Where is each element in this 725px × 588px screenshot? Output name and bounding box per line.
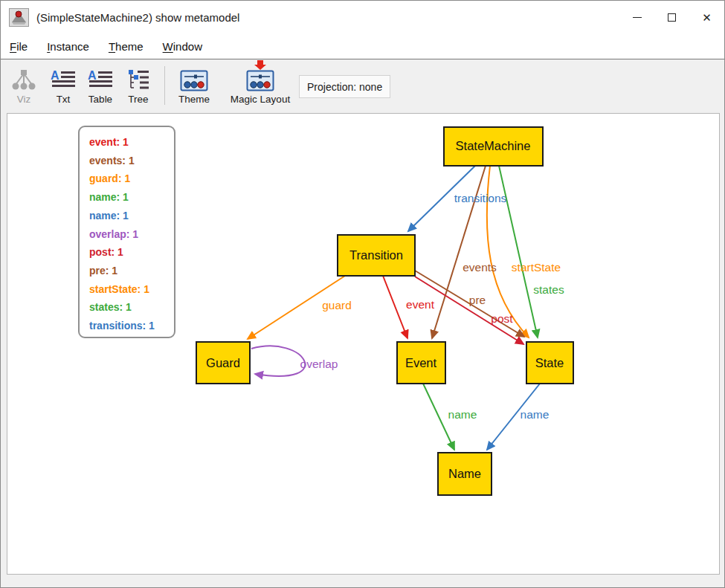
edge-label-startState: startState [512,261,561,274]
legend-item-guard: guard: 1 [89,169,174,188]
node-statemachine[interactable]: StateMachine [444,127,543,166]
node-event[interactable]: Event [397,342,445,384]
node-name[interactable]: Name [438,453,492,495]
edge-label-name-event: name [448,408,477,421]
menu-item-theme[interactable]: Theme [109,40,144,53]
app-icon [9,8,29,27]
theme-icon [180,69,208,91]
legend-item-overlap: overlap: 1 [89,225,174,244]
node-guard[interactable]: Guard [196,342,250,384]
toolbar: Viz A Txt A Table [1,59,724,113]
edge-label-pre: pre [469,294,486,306]
txt-button-label: Txt [57,94,71,105]
legend-item-name: name: 1 [89,207,174,225]
legend-item-pre: pre: 1 [89,262,174,280]
node-label-state: State [535,356,564,369]
table-icon: A [88,69,113,91]
legend-item-name: name: 1 [89,188,174,207]
edge-label-name-state: name [521,408,550,421]
window-title: (SimpleStateMachine2) show metamodel [36,11,239,24]
node-transition[interactable]: Transition [338,235,415,276]
magic-layout-button[interactable]: Magic Layout [225,65,296,105]
close-button[interactable]: ✕ [689,1,724,34]
minimize-icon [633,17,642,18]
svg-text:A: A [88,69,97,82]
menu-item-window[interactable]: Window [163,40,202,53]
node-label-statemachine: StateMachine [456,139,531,152]
node-label-event: Event [405,356,437,369]
viz-graph-icon [11,69,36,91]
legend-item-transitions: transitions: 1 [89,317,174,335]
table-button-label: Table [88,94,112,105]
tree-icon [127,69,149,91]
legend-item-states: states: 1 [89,298,174,317]
node-label-guard: Guard [206,356,240,369]
legend-item-event: event: 1 [89,133,174,152]
edge-label-events: events [463,261,497,274]
toolbar-separator [164,66,165,105]
diagram-canvas: event: 1events: 1guard: 1name: 1name: 1o… [7,113,720,575]
edge-overlap [251,346,305,375]
app-window: (SimpleStateMachine2) show metamodel ✕ F… [0,0,725,588]
edge-label-overlap: overlap [300,358,338,370]
viz-button-label: Viz [17,94,31,105]
magic-layout-button-label: Magic Layout [231,94,290,105]
magic-layout-icon [246,60,274,91]
theme-button-label: Theme [178,94,210,105]
minimize-button[interactable] [619,1,654,34]
menu-item-instance[interactable]: Instance [47,40,89,53]
edge-label-post: post [491,312,513,325]
legend-item-post: post: 1 [89,243,174,262]
tree-button-label: Tree [128,94,148,105]
projection-label: Projection: none [307,81,382,93]
close-icon: ✕ [702,12,712,23]
edge-label-event: event [406,298,435,311]
edge-event [383,276,407,338]
node-label-name: Name [448,467,481,480]
edge-label-transitions: transitions [454,192,507,204]
legend-item-startState: startState: 1 [89,280,174,299]
viz-button[interactable]: Viz [7,65,41,105]
projection-status[interactable]: Projection: none [299,75,390,98]
edge-label-guard: guard [322,299,352,311]
txt-icon: A [51,69,76,91]
legend-item-events: events: 1 [89,152,174,170]
node-label-transition: Transition [349,248,403,262]
legend: event: 1events: 1guard: 1name: 1name: 1o… [78,126,175,338]
txt-button[interactable]: A Txt [47,65,80,105]
table-button[interactable]: A Table [81,65,120,105]
theme-button[interactable]: Theme [174,65,214,105]
maximize-icon [668,13,676,22]
content-area: event: 1events: 1guard: 1name: 1name: 1o… [1,113,724,587]
tree-button[interactable]: Tree [121,65,155,105]
maximize-button[interactable] [654,1,689,34]
menu-item-file[interactable]: File [10,40,28,53]
title-bar[interactable]: (SimpleStateMachine2) show metamodel ✕ [1,1,724,34]
svg-text:A: A [51,69,59,82]
edge-label-states: states [533,283,564,296]
menubar: FileInstanceThemeWindow [1,34,724,59]
node-state[interactable]: State [526,342,573,384]
window-controls: ✕ [619,1,724,34]
